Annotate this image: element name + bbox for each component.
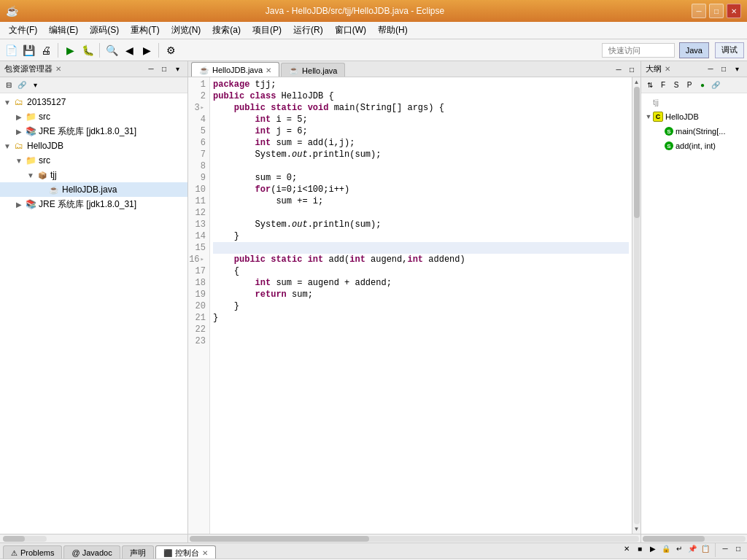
menu-item-h[interactable]: 帮助(H)	[372, 23, 414, 39]
tree-item-hellojdb[interactable]: ▼ 🗂 HelloJDB	[0, 139, 187, 153]
tree-item-jre2[interactable]: ▶ 📚 JRE 系统库 [jdk1.8.0_31]	[0, 197, 187, 211]
label-jre2: JRE 系统库 [jdk1.8.0_31]	[39, 198, 136, 211]
label-hellojdb-file: HelloJDB.java	[62, 184, 117, 195]
console-clear-btn[interactable]: ✕	[621, 542, 632, 554]
console-rerun-btn[interactable]: ▶	[647, 542, 659, 554]
toolbar-save-btn[interactable]: 💾	[20, 42, 36, 58]
outline-item-add[interactable]: S add(int, int)	[641, 139, 747, 153]
tab-hello-icon: ☕	[289, 66, 299, 75]
toolbar-back-btn[interactable]: ◀	[121, 42, 137, 58]
toolbar-search-btn[interactable]: 🔍	[104, 42, 120, 58]
menu-item-r[interactable]: 运行(R)	[287, 23, 329, 39]
minimize-button[interactable]: ─	[692, 4, 706, 18]
outline-menu-btn[interactable]: ▾	[731, 63, 743, 75]
left-horizontal-scrollbar[interactable]	[0, 534, 187, 542]
console-pin-btn[interactable]: 📌	[686, 542, 698, 554]
code-line-9: sum = 0;	[213, 172, 629, 184]
quick-access-input[interactable]	[602, 43, 675, 58]
tab-hello[interactable]: ☕ Hello.java	[281, 63, 345, 77]
editor-horizontal-scrollbar[interactable]	[188, 534, 640, 542]
maximize-button[interactable]: □	[709, 4, 724, 18]
outline-min-btn[interactable]: ─	[705, 63, 716, 75]
close-button[interactable]: ✕	[727, 4, 741, 18]
console-view-max-btn[interactable]: □	[732, 542, 744, 554]
menu-item-f[interactable]: 文件(F)	[3, 23, 43, 39]
menu-item-p[interactable]: 项目(P)	[247, 23, 287, 39]
panel-max-btn[interactable]: □	[158, 63, 170, 75]
btm-sep	[715, 542, 716, 557]
toolbar-run-btn[interactable]: ▶	[62, 42, 78, 58]
tree-item-tjj[interactable]: ▼ 📦 tjj	[0, 168, 187, 182]
label-tjj: tjj	[50, 170, 57, 180]
tree-item-src2[interactable]: ▼ 📁 src	[0, 153, 187, 168]
tab-console[interactable]: ⬛ 控制台 ✕	[155, 545, 216, 559]
menu-item-n[interactable]: 浏览(N)	[166, 23, 207, 39]
tree-item-jre1[interactable]: ▶ 📚 JRE 系统库 [jdk1.8.0_31]	[0, 124, 187, 139]
outline-hide-fields-btn[interactable]: F	[657, 79, 669, 91]
editor-min-btn[interactable]: ─	[613, 63, 624, 75]
tab-hellojdb[interactable]: ☕ HelloJDB.java ✕	[191, 62, 279, 77]
panel-view-menu-btn[interactable]: ▾	[171, 63, 183, 75]
code-editor[interactable]: package tjj; public class HelloJDB { pub…	[210, 77, 632, 534]
outline-item-pkg[interactable]: tjj	[641, 95, 747, 109]
outline-sync-btn[interactable]: ●	[697, 79, 708, 91]
scroll-up-btn[interactable]: ▲	[634, 79, 640, 85]
outline-header-left: 大纲 ✕	[646, 63, 670, 74]
console-word-wrap-btn[interactable]: ↵	[673, 542, 685, 554]
view-menu-btn[interactable]: ▾	[29, 79, 41, 91]
panel-collapse-btn[interactable]: ─	[145, 63, 157, 75]
tab-console-close[interactable]: ✕	[202, 549, 208, 557]
window-title: Java - HelloJDB/src/tjj/HelloJDB.java - …	[266, 6, 444, 16]
tree-item-hellojdb-file[interactable]: ▶ ☕ HelloJDB.java	[0, 182, 187, 197]
outline-sort-btn[interactable]: ⇅	[644, 79, 656, 91]
link-editor-btn[interactable]: 🔗	[16, 79, 28, 91]
window-controls: ─ □ ✕	[692, 4, 741, 18]
console-open-console-btn[interactable]: 📋	[700, 542, 711, 554]
tab-javadoc[interactable]: @ Javadoc	[63, 545, 120, 559]
toolbar-debug-btn[interactable]: 🐛	[80, 42, 96, 58]
tree-item-src1[interactable]: ▶ 📁 src	[0, 109, 187, 124]
toolbar-new-btn[interactable]: 📄	[3, 42, 19, 58]
editor-max-btn[interactable]: □	[626, 63, 638, 75]
console-view-min-btn[interactable]: ─	[719, 542, 731, 554]
tree-item-20135127[interactable]: ▼ 🗂 20135127	[0, 95, 187, 109]
menu-item-t[interactable]: 重构(T)	[125, 23, 165, 39]
perspective-debug-btn[interactable]: 调试	[715, 42, 744, 58]
outline-tree: tjj ▼ C HelloJDB S main(String[... S add…	[641, 93, 747, 534]
tab-problems[interactable]: ⚠ Problems	[3, 545, 62, 559]
code-area: 1 2 3▸ 4 5 6 7 8 9 10 11 12 13 14 15 16▸…	[188, 77, 640, 534]
menu-item-w[interactable]: 窗口(W)	[329, 23, 372, 39]
outline-add-label: add(int, int)	[676, 141, 716, 150]
outline-item-class[interactable]: ▼ C HelloJDB	[641, 109, 747, 124]
tab-hellojdb-close[interactable]: ✕	[266, 66, 271, 74]
icon-src1: 📁	[25, 111, 36, 122]
outline-hide-nonpub-btn[interactable]: P	[684, 79, 695, 91]
outline-header: 大纲 ✕ ─ □ ▾	[641, 61, 747, 77]
icon-src2: 📁	[25, 155, 36, 166]
package-explorer-title: 包资源管理器	[4, 63, 53, 74]
console-scroll-lock-btn[interactable]: 🔒	[660, 542, 672, 554]
perspective-java-btn[interactable]: Java	[679, 42, 709, 58]
outline-header-controls: ─ □ ▾	[705, 63, 743, 75]
tab-hellojdb-icon: ☕	[199, 66, 209, 75]
scroll-down-btn[interactable]: ▼	[634, 526, 640, 532]
outline-toolbar: ⇅ F S P ● 🔗	[641, 77, 747, 93]
tab-console-label: 控制台	[175, 548, 199, 559]
menu-item-s[interactable]: 源码(S)	[84, 23, 125, 39]
tab-hello-label: Hello.java	[302, 66, 337, 75]
collapse-all-btn[interactable]: ⊟	[3, 79, 15, 91]
outline-max-btn[interactable]: □	[718, 63, 729, 75]
outline-hide-static-btn[interactable]: S	[670, 79, 682, 91]
outline-link-btn[interactable]: 🔗	[710, 79, 721, 91]
toolbar-fwd-btn[interactable]: ▶	[139, 42, 155, 58]
menu-item-e[interactable]: 编辑(E)	[43, 23, 84, 39]
menu-item-a[interactable]: 搜索(a)	[206, 23, 247, 39]
outline-item-main[interactable]: S main(String[...	[641, 124, 747, 139]
tab-declaration[interactable]: 声明	[122, 545, 154, 559]
toolbar-print-btn[interactable]: 🖨	[38, 42, 54, 58]
console-terminate-btn[interactable]: ■	[634, 542, 646, 554]
outline-horizontal-scrollbar[interactable]	[641, 534, 747, 542]
toolbar-extra1[interactable]: ⚙	[163, 42, 179, 58]
outline-arrow-class: ▼	[644, 113, 653, 120]
editor-vertical-scrollbar[interactable]: ▲ ▼	[632, 77, 640, 534]
